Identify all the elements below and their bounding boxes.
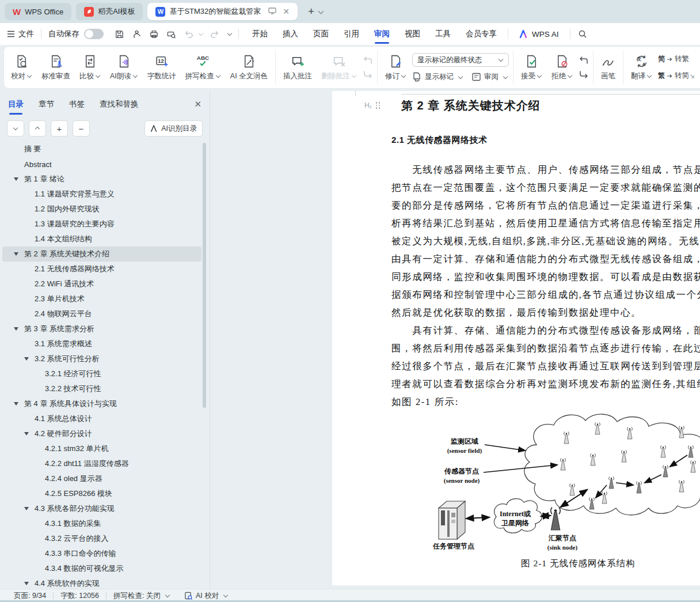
toc-item[interactable]: 4.2.5 ESP8266 模块 xyxy=(2,486,201,501)
toc-item[interactable]: 3.2.2 技术可行性 xyxy=(2,381,201,396)
toc-item[interactable]: 1.4 本文组织结构 xyxy=(2,232,201,247)
menu-tools[interactable]: 工具 xyxy=(428,25,458,43)
collapse-caret-icon[interactable] xyxy=(24,357,29,361)
toc-item[interactable]: 4.3.2 云平台的接入 xyxy=(2,531,201,546)
next-comment-icon[interactable] xyxy=(363,70,373,79)
group-expand-icon[interactable] xyxy=(690,74,695,79)
compare-button[interactable]: 比较 xyxy=(75,52,105,84)
toc-item[interactable]: 2.2 WiFi 通讯技术 xyxy=(2,277,201,291)
proofread-button[interactable]: 校对 xyxy=(6,52,37,84)
body-text-line[interactable]: 然后就是优化获取的数据，最后传输到数据处理中心。 xyxy=(391,304,700,321)
autosave-toggle[interactable] xyxy=(84,29,104,39)
collapse-caret-icon[interactable] xyxy=(24,582,29,585)
ai-read-button[interactable]: AI朗读 xyxy=(105,52,143,84)
menu-insert[interactable]: 插入 xyxy=(275,25,306,43)
new-tab-button[interactable]: + xyxy=(308,5,314,18)
collapse-caret-icon[interactable] xyxy=(14,252,18,256)
ai-detect-toc-button[interactable]: AI识别目录 xyxy=(144,120,203,137)
toc-item[interactable]: 4.3 系统各部分功能实现 xyxy=(2,501,201,516)
body-text-line[interactable]: 据颁布网络和控制管理中心三部分组成的,各节点通过协议组成一个分布式 xyxy=(391,286,700,304)
menu-start[interactable]: 开始 xyxy=(245,25,275,43)
toc-item[interactable]: 4.2.2 dht11 温湿度传感器 xyxy=(2,456,201,471)
quick-toolbar-chevron-icon[interactable] xyxy=(227,31,232,36)
toc-item[interactable]: 第 1 章 绪论 xyxy=(2,172,201,187)
search-icon[interactable] xyxy=(574,26,591,41)
menu-member[interactable]: 会员专享 xyxy=(458,25,504,43)
body-text-line[interactable]: 无线传感器网络主要节点、用户、传感网络三部分组成，节点是由一定 xyxy=(391,161,700,179)
next-change-icon[interactable] xyxy=(579,70,589,79)
insert-comment-button[interactable]: 插入批注 xyxy=(279,52,317,84)
collapse-caret-icon[interactable] xyxy=(24,432,29,436)
expand-all-button[interactable] xyxy=(7,120,24,137)
track-changes-button[interactable]: 修订 xyxy=(381,52,411,84)
body-text-line[interactable]: 围，将然后利用传感器采集到的数据沿着节点逐步进行传输，在此过程中有 xyxy=(391,339,700,357)
ai-proofread-status[interactable]: AI 校对 xyxy=(177,591,235,601)
toc-item[interactable]: 4.3.3 串口命令的传输 xyxy=(2,546,201,561)
toc-item[interactable]: 3.2 系统可行性分析 xyxy=(2,351,201,366)
tab-wps-office[interactable]: W WPS Office xyxy=(5,3,71,20)
spellcheck-status[interactable]: 拼写检查: 关闭 xyxy=(106,591,177,601)
heading-level-marker[interactable]: H₁ xyxy=(364,101,381,109)
toc-item[interactable]: 3.2.1 经济可行性 xyxy=(2,366,201,381)
to-simplified-button[interactable]: 繁 转简 xyxy=(658,71,689,81)
sidebar-tab-bookmarks[interactable]: 书签 xyxy=(69,99,85,115)
spell-check-button[interactable]: ABC 拼写检查 xyxy=(181,52,226,84)
toc-item[interactable]: 第 4 章 系统具体设计与实现 xyxy=(2,396,201,411)
toc-item[interactable]: 3.1 系统需求概述 xyxy=(2,336,201,351)
body-text-line[interactable]: 由具有一定计算、存储和通信能力的分布式微型无线传感设备组成，这些设 xyxy=(391,250,700,268)
collapse-all-button[interactable] xyxy=(29,120,46,137)
toc-item[interactable]: 4.1 系统总体设计 xyxy=(2,411,201,426)
toc-item[interactable]: 4.4 系统软件的实现 xyxy=(2,576,201,589)
toc-item[interactable]: Abstract xyxy=(2,157,201,172)
toc-item[interactable]: 4.3.1 数据的采集 xyxy=(2,516,201,531)
body-text-line[interactable]: 被定义为大规模,无线,自组织,多跳,非分区,无基础设施的网络。无线传感器网 xyxy=(391,232,700,250)
standard-review-button[interactable]: 标准审查 xyxy=(37,52,75,84)
review-pane-button[interactable]: 审阅 xyxy=(471,72,508,82)
markup-state-select[interactable]: 显示标记的最终状态 xyxy=(412,53,509,67)
collapse-caret-icon[interactable] xyxy=(14,327,18,331)
toc-item[interactable]: 1.2 国内外研究现状 xyxy=(2,202,201,217)
body-text-line[interactable]: 同形成网络，监控和收集周围环境的物理数据。可以看成是由数据获取网络 xyxy=(391,268,700,286)
toc-item[interactable]: 4.2 硬件部分设计 xyxy=(2,426,201,441)
body-text-line[interactable]: 具有计算、存储、通信能力的分布式微型传感设备形成网络，部署在监 xyxy=(391,321,700,339)
toc-item[interactable]: 4.2.1 stm32 单片机 xyxy=(2,441,201,456)
export-pdf-button[interactable] xyxy=(128,26,145,41)
reject-change-button[interactable]: 拒绝 xyxy=(547,52,577,84)
save-button[interactable] xyxy=(111,26,128,41)
toc-item[interactable]: 2.1 无线传感器网络技术 xyxy=(2,262,201,277)
sidebar-tab-find-replace[interactable]: 查找和替换 xyxy=(100,99,139,115)
to-traditional-button[interactable]: 简 转繁 xyxy=(658,54,689,64)
body-text[interactable]: 无线传感器网络主要节点、用户、传感网络三部分组成，节点是由一定把节点在一定范围覆… xyxy=(391,161,700,411)
body-text-line[interactable]: 把节点在一定范围覆盖，这个范围只要满足一定要求就能确保监测的范围； xyxy=(391,179,700,196)
file-menu[interactable]: 文件 xyxy=(7,29,34,39)
body-text-line[interactable]: 如图 2-1 所示: xyxy=(391,393,700,411)
toc-item[interactable]: 2.3 单片机技术 xyxy=(2,291,201,306)
collapse-caret-icon[interactable] xyxy=(24,507,29,510)
collapse-caret-icon[interactable] xyxy=(14,402,18,406)
redo-button[interactable] xyxy=(206,26,223,41)
body-text-line[interactable]: 理者就可以查看数据综合分析再对监测环境发布新的监测任务,其组织机构 xyxy=(391,375,700,393)
zoom-in-button[interactable]: + xyxy=(51,120,68,137)
toc-item[interactable]: 摘 要 xyxy=(2,142,201,157)
toc-item[interactable]: 1.1 课题研究背景与意义 xyxy=(2,187,201,202)
toc-item[interactable]: 第 2 章 系统关键技术介绍 xyxy=(2,247,201,262)
ai-polish-button[interactable]: AI 全文润色 xyxy=(226,52,272,84)
sidebar-scrollbar[interactable] xyxy=(203,143,206,408)
screen-share-icon[interactable] xyxy=(268,7,276,16)
menu-review[interactable]: 审阅 xyxy=(367,25,397,43)
toc-item[interactable]: 4.2.4 oled 显示器 xyxy=(2,471,201,486)
drag-handle-icon[interactable] xyxy=(376,102,381,109)
translate-button[interactable]: 文A 翻译 xyxy=(626,52,657,84)
zoom-out-button[interactable]: − xyxy=(73,120,90,137)
body-text-line[interactable]: 经过很多个节点，最后在汇聚节点接收再通过互联网传送到到管理层次，然 xyxy=(391,357,700,375)
body-text-line[interactable]: 要的部分是传感网络，它将所有节点的信息通过一定渠道进行采集，然后计 xyxy=(391,196,700,214)
toc-item[interactable]: 第 3 章 系统需求分析 xyxy=(2,321,201,336)
menu-view[interactable]: 视图 xyxy=(397,25,428,43)
close-tab-icon[interactable]: ✕ xyxy=(283,7,290,16)
delete-comment-button[interactable]: 删除批注 xyxy=(317,52,362,84)
menu-page[interactable]: 页面 xyxy=(306,25,336,43)
chapter-heading[interactable]: 第 2 章 系统关键技术介绍 xyxy=(401,98,541,113)
tab-docer-template[interactable]: 稻壳AI模板 xyxy=(76,3,143,20)
previous-change-icon[interactable] xyxy=(579,56,589,65)
toc-item[interactable]: 2.4 物联网云平台 xyxy=(2,306,201,321)
